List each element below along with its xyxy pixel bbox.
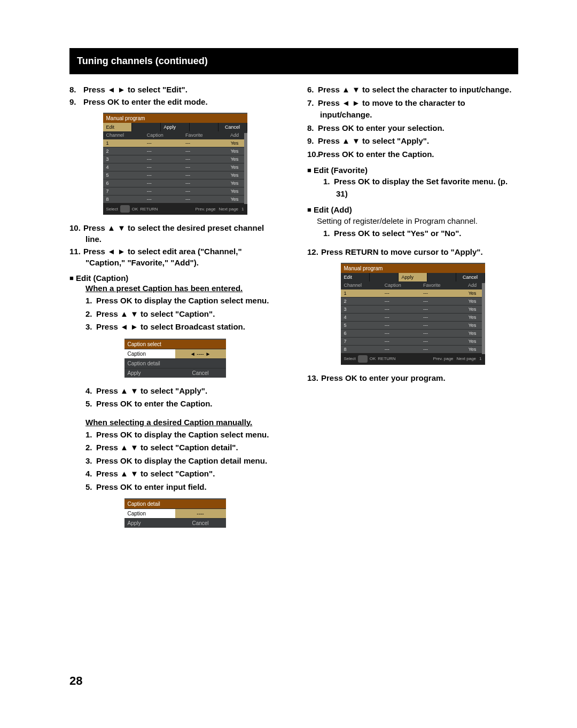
table-row: 2------Yes (341, 297, 485, 305)
col-channel: Channel (103, 131, 144, 139)
r-step-9: 9.Press ▲ ▼ to select "Apply". (307, 135, 518, 147)
col-add: Add (222, 131, 247, 139)
osd-title: Caption detail (124, 499, 226, 508)
r-step-6: 6.Press ▲ ▼ to select the character to i… (307, 84, 518, 96)
table-row: 6------Yes (103, 179, 247, 187)
edit-add-desc: Setting of register/delete in Program ch… (317, 215, 518, 226)
scrollbar-icon (482, 283, 485, 354)
row-caption-value: ◄ ---- ► (175, 349, 226, 358)
table-row: 4------Yes (103, 163, 247, 171)
osd-footer: Select OK RETURN Prev. page Next page 1 (341, 353, 485, 365)
col-add: Add (460, 281, 485, 289)
page-number: 28 (69, 674, 518, 688)
table-row: 6------Yes (341, 329, 485, 337)
table-row: 7------Yes (341, 337, 485, 345)
table-row: 4------Yes (341, 313, 485, 321)
step-10: 10.Press ▲ ▼ to select the desired prese… (69, 222, 280, 245)
edit-add-heading: ■ Edit (Add) (307, 205, 518, 214)
table-row: 8------Yes (341, 345, 485, 353)
osd-title: Manual program (341, 264, 485, 273)
nav-icon (358, 355, 368, 363)
step-13: 13.Press OK to enter your program. (307, 372, 518, 383)
tab-spacer2 (427, 273, 456, 281)
tab-edit: Edit (103, 123, 132, 131)
col-favorite: Favorite (182, 131, 222, 139)
tab-spacer (132, 123, 161, 131)
ea-step-1: 1.Press OK to select "Yes" or "No". (323, 228, 518, 240)
step-12: 12.Press RETURN to move cursor to "Apply… (307, 246, 518, 257)
tab-edit: Edit (341, 273, 370, 281)
em-step-1: 1.Press OK to display the Caption select… (85, 429, 280, 441)
edit-caption-heading: ■ Edit (Caption) (69, 273, 280, 283)
ef-step-1: 1.Press OK to display the Set favorite m… (323, 176, 518, 200)
osd-title: Manual program (103, 114, 247, 123)
left-column: 8.Press ◄ ► to select "Edit". 9.Press OK… (69, 83, 280, 535)
caption-detail-menu: Caption detail Caption ---- Apply Cancel (124, 498, 226, 528)
tab-spacer2 (190, 123, 219, 131)
row-cancel: Cancel (175, 368, 226, 378)
when-preset-heading: When a preset Caption has been entered. (85, 284, 280, 293)
manual-program-menu-1: Manual program Edit Apply Cancel Channel… (103, 113, 247, 215)
when-manual-heading: When selecting a desired Caption manuall… (85, 418, 280, 427)
scrollbar-icon (244, 133, 247, 204)
table-row: 1------Yes (103, 139, 247, 147)
row-apply: Apply (124, 368, 175, 378)
step-11-text: Press ◄ ► to select edit area ("Channel,… (83, 247, 242, 267)
table-row: 5------Yes (341, 321, 485, 329)
tab-apply: Apply (161, 123, 190, 131)
step-11: 11.Press ◄ ► to select edit area ("Chann… (69, 246, 280, 268)
ec-step-2: 2.Press ▲ ▼ to select "Caption". (85, 308, 280, 320)
table-row: 5------Yes (103, 171, 247, 179)
col-caption: Caption (381, 281, 420, 289)
em-step-3: 3.Press OK to display the Caption detail… (85, 455, 280, 467)
em-step-5: 5.Press OK to enter input field. (85, 481, 280, 494)
table-row: 7------Yes (103, 187, 247, 195)
table-row: 2------Yes (103, 147, 247, 155)
ec-step-1: 1.Press OK to display the Caption select… (85, 295, 280, 307)
row-caption-detail: Caption detail (124, 358, 175, 368)
osd-title: Caption select (124, 340, 226, 349)
row-apply: Apply (124, 518, 175, 528)
col-favorite: Favorite (420, 281, 460, 289)
row-caption: Caption (124, 508, 175, 518)
r-step-7: 7.Press ◄ ► to move to the character to … (307, 97, 518, 121)
ec-step-3: 3.Press ◄ ► to select Broadcast station. (85, 321, 280, 333)
em-step-4: 4.Press ▲ ▼ to select "Caption". (85, 468, 280, 480)
table-row: 3------Yes (341, 305, 485, 313)
step-9: 9.Press OK to enter the edit mode. (69, 96, 280, 107)
right-column: 6.Press ▲ ▼ to select the character to i… (307, 83, 518, 535)
r-step-8: 8.Press OK to enter your selection. (307, 122, 518, 135)
r-step-10: 10.Press OK to enter the Caption. (307, 148, 518, 161)
col-channel: Channel (341, 281, 381, 289)
step-8: 8.Press ◄ ► to select "Edit". (69, 84, 280, 95)
row-caption-value: ---- (175, 508, 226, 518)
tab-cancel: Cancel (456, 273, 485, 281)
ec-step-5: 5.Press OK to enter the Caption. (85, 398, 280, 410)
osd-footer: Select OK RETURN Prev. page Next page 1 (103, 203, 247, 215)
section-title: Tuning channels (continued) (69, 48, 518, 74)
manual-program-menu-2: Manual program Edit Apply Cancel Channel… (341, 263, 485, 365)
col-caption: Caption (144, 131, 182, 139)
nav-icon (120, 205, 130, 213)
edit-favorite-heading: ■ Edit (Favorite) (307, 166, 518, 175)
row-caption: Caption (124, 349, 175, 358)
step-8-text: Press ◄ ► to select "Edit". (83, 85, 188, 94)
table-row: 1------Yes (341, 289, 485, 297)
tab-spacer (370, 273, 399, 281)
step-10-text: Press ▲ ▼ to select the desired preset c… (83, 223, 264, 244)
tab-apply: Apply (399, 273, 427, 281)
ec-step-4: 4.Press ▲ ▼ to select "Apply". (85, 385, 280, 397)
caption-select-menu: Caption select Caption ◄ ---- ► Caption … (124, 339, 226, 378)
em-step-2: 2.Press ▲ ▼ to select "Caption detail". (85, 442, 280, 454)
step-9-text: Press OK to enter the edit mode. (83, 97, 208, 106)
row-cancel: Cancel (175, 518, 226, 528)
tab-cancel: Cancel (219, 123, 247, 131)
table-row: 8------Yes (103, 195, 247, 203)
table-row: 3------Yes (103, 155, 247, 163)
